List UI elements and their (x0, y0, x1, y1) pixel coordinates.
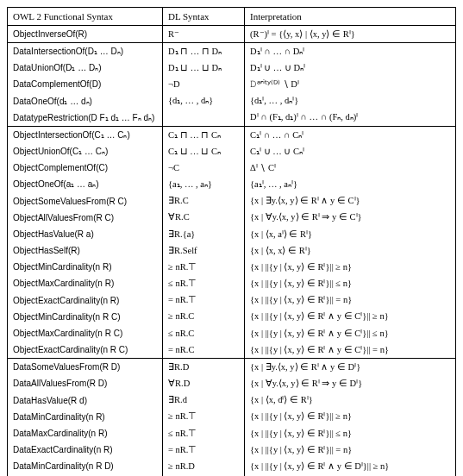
table-row: DataOneOf(d₁ … dₙ){d₁, … , dₙ}{d₁ᴵ, … , … (8, 93, 456, 110)
cell-interpretation: D₁ᴵ ∩ … ∩ Dₙᴵ (245, 43, 456, 60)
table-row: ObjectSomeValuesFrom(R C)∃R.C{x | ∃y.⟨x,… (8, 193, 456, 210)
table-row: ObjectInverseOf(R)R⁻(R⁻)ᴵ = {⟨y, x⟩ | ⟨x… (8, 26, 456, 43)
cell-interpretation: {x | ||{y | ⟨x, y⟩ ∈ Rᴵ ∧ y ∈ Dᴵ}|| ≥ n} (245, 458, 456, 474)
cell-interpretation: {x | ∀y.⟨x, y⟩ ∈ Rᴵ ⇒ y ∈ Cᴵ} (245, 210, 456, 226)
cell-interpretation: {x | ⟨x, aᴵ⟩ ∈ Rᴵ} (245, 226, 456, 242)
table-row: DataIntersectionOf(D₁ … Dₙ)D₁ ⊓ … ⊓ DₙD₁… (8, 43, 456, 60)
cell-dl-syntax: ∀R.D (163, 376, 245, 392)
cell-interpretation: {x | ||{y | ⟨x, y⟩ ∈ Rᴵ}|| ≤ n} (245, 425, 456, 442)
cell-dl-syntax (163, 110, 245, 127)
cell-dl-syntax: ≤ nR.C (163, 325, 245, 341)
cell-functional-syntax: DataExactCardinality(n R) (8, 442, 163, 458)
table-row: ObjectMaxCardinality(n R)≤ nR.⊤{x | ||{y… (8, 276, 456, 292)
cell-functional-syntax: DataIntersectionOf(D₁ … Dₙ) (8, 43, 163, 60)
cell-interpretation: {d₁ᴵ, … , dₙᴵ} (245, 93, 456, 110)
cell-dl-syntax: D₁ ⊓ … ⊓ Dₙ (163, 43, 245, 60)
cell-functional-syntax: DataUnionOf(D₁ … Dₙ) (8, 60, 163, 76)
cell-interpretation: D₁ᴵ ∪ … ∪ Dₙᴵ (245, 60, 456, 76)
header-dl-syntax: DL Syntax (163, 8, 245, 26)
cell-dl-syntax: = nR.⊤ (163, 442, 245, 458)
cell-interpretation: {x | ||{y | ⟨x, y⟩ ∈ Rᴵ ∧ y ∈ Cᴵ}|| ≤ n} (245, 325, 456, 341)
cell-interpretation: {x | ∃y.⟨x, y⟩ ∈ Rᴵ ∧ y ∈ Cᴵ} (245, 193, 456, 210)
cell-dl-syntax: C₁ ⊔ … ⊔ Cₙ (163, 143, 245, 160)
table-row: ObjectMinCardinality(n R C)≥ nR.C{x | ||… (8, 309, 456, 325)
cell-interpretation: C₁ᴵ ∩ … ∩ Cₙᴵ (245, 127, 456, 144)
cell-functional-syntax: ObjectUnionOf(C₁ … Cₙ) (8, 143, 163, 160)
table-row: ObjectIntersectionOf(C₁ … Cₙ)C₁ ⊓ … ⊓ Cₙ… (8, 127, 456, 144)
cell-functional-syntax: ObjectMinCardinality(n R C) (8, 309, 163, 325)
cell-functional-syntax: ObjectExactCardinality(n R) (8, 292, 163, 309)
table-row: DataSomeValuesFrom(R D)∃R.D{x | ∃y.⟨x, y… (8, 359, 456, 376)
cell-dl-syntax: D₁ ⊔ … ⊔ Dₙ (163, 60, 245, 76)
cell-interpretation: C₁ᴵ ∪ … ∪ Cₙᴵ (245, 143, 456, 160)
cell-interpretation: {x | ∃y.⟨x, y⟩ ∈ Rᴵ ∧ y ∈ Dᴵ} (245, 359, 456, 376)
cell-dl-syntax: {a₁, … , aₙ} (163, 177, 245, 193)
cell-dl-syntax: ≥ nR.⊤ (163, 259, 245, 275)
cell-functional-syntax: ObjectMaxCardinality(n R) (8, 276, 163, 292)
cell-functional-syntax: DatatypeRestriction(D F₁ d₁ … Fₙ dₙ) (8, 110, 163, 127)
cell-interpretation: {x | ||{y | ⟨x, y⟩ ∈ Rᴵ ∧ y ∈ Cᴵ}|| = n} (245, 341, 456, 359)
cell-interpretation: {x | ||{y | ⟨x, y⟩ ∈ Rᴵ ∧ y ∈ Cᴵ}|| ≥ n} (245, 309, 456, 325)
table-row: DataUnionOf(D₁ … Dₙ)D₁ ⊔ … ⊔ DₙD₁ᴵ ∪ … ∪… (8, 60, 456, 76)
cell-functional-syntax: ObjectAllValuesFrom(R C) (8, 210, 163, 226)
header-interpretation: Interpretation (245, 8, 456, 26)
table-row: DataMinCardinality(n R)≥ nR.⊤{x | ||{y |… (8, 409, 456, 425)
cell-interpretation: Δᴵ ∖ Cᴵ (245, 160, 456, 176)
table-header-row: OWL 2 Functional Syntax DL Syntax Interp… (8, 8, 456, 26)
cell-functional-syntax: ObjectIntersectionOf(C₁ … Cₙ) (8, 127, 163, 144)
cell-interpretation: {x | ⟨x, dᴵ⟩ ∈ Rᴵ} (245, 392, 456, 409)
cell-functional-syntax: ObjectExactCardinality(n R C) (8, 341, 163, 359)
table-row: ObjectExactCardinality(n R)= nR.⊤{x | ||… (8, 292, 456, 309)
cell-functional-syntax: DataMinCardinality(n R) (8, 409, 163, 425)
cell-functional-syntax: ObjectHasValue(R a) (8, 226, 163, 242)
cell-interpretation: Dᴵ ∩ (F₁, d₁)ᴵ ∩ … ∩ (Fₙ, dₙ)ᴵ (245, 110, 456, 127)
table-row: ObjectOneOf(a₁ … aₙ){a₁, … , aₙ}{a₁ᴵ, … … (8, 177, 456, 193)
cell-functional-syntax: DataMaxCardinality(n R) (8, 425, 163, 442)
cell-interpretation: {x | ∀y.⟨x, y⟩ ∈ Rᴵ ⇒ y ∈ Dᴵ} (245, 376, 456, 392)
table-row: DataExactCardinality(n R)= nR.⊤{x | ||{y… (8, 442, 456, 458)
cell-functional-syntax: DataHasValue(R d) (8, 392, 163, 409)
cell-functional-syntax: DataMinCardinality(n R D) (8, 458, 163, 474)
cell-functional-syntax: ObjectOneOf(a₁ … aₙ) (8, 177, 163, 193)
cell-dl-syntax: = nR.⊤ (163, 292, 245, 309)
cell-dl-syntax: ∃R.C (163, 193, 245, 210)
cell-functional-syntax: ObjectSomeValuesFrom(R C) (8, 193, 163, 210)
cell-interpretation: 𝙳ᵃʳⁱᵗʸ⁽ᴰ⁾ ∖ Dᴵ (245, 77, 456, 93)
table-row: ObjectAllValuesFrom(R C)∀R.C{x | ∀y.⟨x, … (8, 210, 456, 226)
cell-dl-syntax: ∃R.{a} (163, 226, 245, 242)
cell-interpretation: {x | ||{y | ⟨x, y⟩ ∈ Rᴵ}|| = n} (245, 292, 456, 309)
cell-functional-syntax: ObjectComplementOf(C) (8, 160, 163, 176)
cell-dl-syntax: ¬C (163, 160, 245, 176)
cell-dl-syntax: R⁻ (163, 26, 245, 43)
cell-dl-syntax: ∃R.D (163, 359, 245, 376)
cell-functional-syntax: ObjectInverseOf(R) (8, 26, 163, 43)
table-row: ObjectHasSelf(R)∃R.Self{x | ⟨x, x⟩ ∈ Rᴵ} (8, 242, 456, 259)
table-row: ObjectHasValue(R a)∃R.{a}{x | ⟨x, aᴵ⟩ ∈ … (8, 226, 456, 242)
cell-dl-syntax: ∃R.d (163, 392, 245, 409)
cell-interpretation: {x | ||{y | ⟨x, y⟩ ∈ Rᴵ}|| ≥ n} (245, 259, 456, 275)
cell-dl-syntax: {d₁, … , dₙ} (163, 93, 245, 110)
table-row: DataMinCardinality(n R D)≥ nR.D{x | ||{y… (8, 458, 456, 474)
table-row: ObjectMaxCardinality(n R C)≤ nR.C{x | ||… (8, 325, 456, 341)
cell-functional-syntax: DataAllValuesFrom(R D) (8, 376, 163, 392)
cell-interpretation: {x | ||{y | ⟨x, y⟩ ∈ Rᴵ}|| ≤ n} (245, 276, 456, 292)
table-row: DataHasValue(R d)∃R.d{x | ⟨x, dᴵ⟩ ∈ Rᴵ} (8, 392, 456, 409)
cell-functional-syntax: ObjectMinCardinality(n R) (8, 259, 163, 275)
cell-interpretation: {x | ⟨x, x⟩ ∈ Rᴵ} (245, 242, 456, 259)
cell-interpretation: {a₁ᴵ, … , aₙᴵ} (245, 177, 456, 193)
cell-functional-syntax: DataComplementOf(D) (8, 77, 163, 93)
cell-dl-syntax: C₁ ⊓ … ⊓ Cₙ (163, 127, 245, 144)
table-row: DatatypeRestriction(D F₁ d₁ … Fₙ dₙ)Dᴵ ∩… (8, 110, 456, 127)
cell-dl-syntax: ≤ nR.⊤ (163, 425, 245, 442)
header-functional-syntax: OWL 2 Functional Syntax (8, 8, 163, 26)
cell-functional-syntax: ObjectMaxCardinality(n R C) (8, 325, 163, 341)
table-row: ObjectComplementOf(C)¬CΔᴵ ∖ Cᴵ (8, 160, 456, 176)
cell-functional-syntax: ObjectHasSelf(R) (8, 242, 163, 259)
cell-dl-syntax: ≤ nR.⊤ (163, 276, 245, 292)
cell-dl-syntax: ≥ nR.⊤ (163, 409, 245, 425)
table-row: ObjectMinCardinality(n R)≥ nR.⊤{x | ||{y… (8, 259, 456, 275)
owl2-semantics-table: OWL 2 Functional Syntax DL Syntax Interp… (7, 7, 456, 476)
table-row: DataComplementOf(D)¬D𝙳ᵃʳⁱᵗʸ⁽ᴰ⁾ ∖ Dᴵ (8, 77, 456, 93)
cell-functional-syntax: DataSomeValuesFrom(R D) (8, 359, 163, 376)
cell-dl-syntax: = nR.C (163, 341, 245, 359)
